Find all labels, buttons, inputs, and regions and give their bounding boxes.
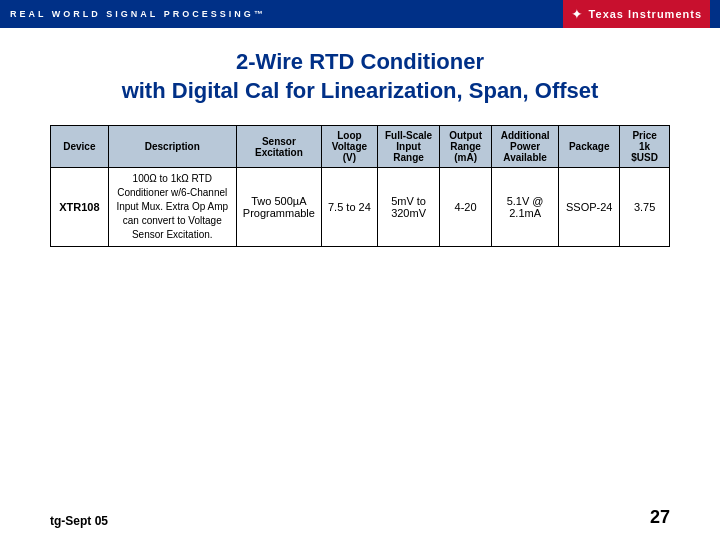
cell-loop: 7.5 to 24 — [321, 168, 377, 247]
cell-sensor: Two 500µA Programmable — [236, 168, 321, 247]
table-row: XTR108 100Ω to 1kΩ RTD Conditioner w/6-C… — [51, 168, 670, 247]
col-header-loop: Loop Voltage (V) — [321, 126, 377, 168]
col-header-price: Price 1k $USD — [620, 126, 670, 168]
ti-star-icon: ✦ — [571, 6, 583, 22]
top-banner: REAL WORLD SIGNAL PROCESSING™ ✦ Texas In… — [0, 0, 720, 28]
col-header-device: Device — [51, 126, 109, 168]
col-header-package: Package — [559, 126, 620, 168]
col-header-additional: Additional Power Available — [492, 126, 559, 168]
col-header-sensor: Sensor Excitation — [236, 126, 321, 168]
cell-fullscale: 5mV to 320mV — [377, 168, 439, 247]
product-table: Device Description Sensor Excitation Loo… — [50, 125, 670, 247]
page-title: 2-Wire RTD Conditioner with Digital Cal … — [50, 48, 670, 105]
table-header-row: Device Description Sensor Excitation Loo… — [51, 126, 670, 168]
footer-date: tg-Sept 05 — [50, 514, 108, 528]
banner-text: REAL WORLD SIGNAL PROCESSING™ — [10, 9, 266, 19]
ti-logo-text: Texas Instruments — [589, 8, 702, 20]
cell-price: 3.75 — [620, 168, 670, 247]
footer-page-number: 27 — [650, 507, 670, 528]
col-header-fullscale: Full-Scale Input Range — [377, 126, 439, 168]
main-content: 2-Wire RTD Conditioner with Digital Cal … — [0, 28, 720, 267]
cell-package: SSOP-24 — [559, 168, 620, 247]
cell-description: 100Ω to 1kΩ RTD Conditioner w/6-Channel … — [108, 168, 236, 247]
cell-device: XTR108 — [51, 168, 109, 247]
col-header-description: Description — [108, 126, 236, 168]
col-header-output: Output Range (mA) — [440, 126, 492, 168]
cell-output: 4-20 — [440, 168, 492, 247]
cell-additional: 5.1V @ 2.1mA — [492, 168, 559, 247]
footer: tg-Sept 05 27 — [50, 507, 670, 528]
ti-logo: ✦ Texas Instruments — [563, 0, 710, 28]
